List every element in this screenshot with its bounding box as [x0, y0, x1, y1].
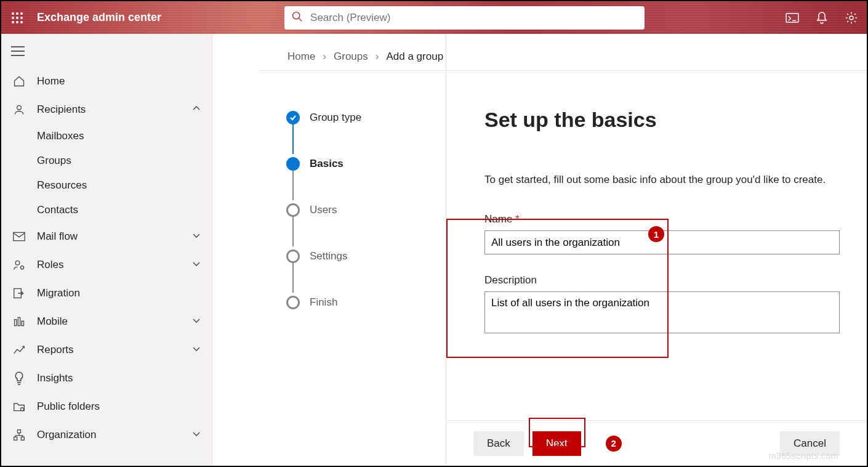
step-users[interactable]: Users	[286, 200, 446, 220]
nav-recipients-contacts[interactable]: Contacts	[1, 198, 212, 222]
required-asterisk: *	[515, 213, 520, 225]
step-basics[interactable]: Basics	[286, 154, 446, 174]
lightbulb-icon	[12, 372, 26, 385]
person-icon	[12, 103, 26, 116]
wizard-footer: Back Next 2 Cancel m365scripts.com	[446, 420, 867, 466]
migration-icon	[12, 286, 26, 300]
nav-recipients-groups[interactable]: Groups	[1, 148, 212, 173]
annotation-badge-2: 2	[606, 436, 622, 452]
folder-icon	[12, 400, 26, 413]
page-title: Set up the basics	[484, 108, 840, 132]
notifications-icon[interactable]	[814, 10, 830, 26]
annotation-badge-1: 1	[648, 226, 664, 242]
chevron-down-icon	[192, 429, 201, 441]
svg-point-1	[16, 12, 18, 15]
svg-point-12	[850, 16, 853, 20]
reports-icon	[12, 343, 26, 357]
svg-point-3	[12, 17, 14, 19]
nav-recipients-mailboxes[interactable]: Mailboxes	[1, 124, 212, 148]
organization-icon	[12, 428, 26, 442]
svg-point-26	[21, 408, 24, 411]
svg-point-9	[293, 12, 300, 18]
nav-label: Mail flow	[37, 230, 78, 243]
back-button[interactable]: Back	[473, 431, 524, 456]
chevron-down-icon	[192, 259, 201, 271]
step-pending-icon	[286, 250, 300, 263]
mail-icon	[12, 230, 26, 243]
step-active-icon	[286, 157, 300, 171]
svg-rect-22	[18, 317, 20, 325]
app-shell: Home Recipients Mailboxes Groups Resourc…	[1, 34, 867, 466]
command-bar-icon[interactable]	[784, 10, 800, 26]
svg-point-2	[20, 12, 23, 15]
header-actions	[784, 10, 859, 26]
search-input[interactable]	[309, 11, 637, 25]
name-label: Name *	[484, 213, 840, 225]
nav-recipients-resources[interactable]: Resources	[1, 173, 212, 198]
svg-point-8	[20, 21, 23, 23]
group-description-input[interactable]	[484, 291, 840, 333]
nav-reports[interactable]: Reports	[1, 336, 212, 364]
step-pending-icon	[286, 203, 300, 217]
mobile-icon	[12, 315, 26, 328]
svg-rect-21	[15, 320, 17, 326]
search-icon	[292, 11, 303, 25]
nav-public-folders[interactable]: Public folders	[1, 392, 212, 421]
svg-point-7	[16, 21, 18, 23]
suite-header: Exchange admin center	[1, 1, 867, 34]
svg-point-18	[15, 261, 20, 265]
nav-insights[interactable]: Insights	[1, 364, 212, 392]
svg-point-5	[20, 17, 23, 19]
app-launcher-icon[interactable]	[9, 9, 26, 26]
step-settings[interactable]: Settings	[286, 246, 446, 266]
svg-point-19	[21, 266, 24, 269]
nav-home[interactable]: Home	[1, 67, 212, 95]
nav-label: Public folders	[37, 400, 100, 413]
step-group-type[interactable]: Group type	[286, 108, 446, 128]
nav-collapse-toggle[interactable]	[1, 40, 212, 67]
chevron-down-icon	[192, 344, 201, 356]
nav-mailflow[interactable]: Mail flow	[1, 222, 212, 251]
description-field-group: Description	[484, 274, 840, 336]
nav-recipients[interactable]: Recipients	[1, 95, 212, 124]
svg-line-10	[299, 18, 302, 21]
svg-rect-27	[18, 430, 21, 433]
nav-label: Organization	[37, 429, 96, 441]
nav-migration[interactable]: Migration	[1, 279, 212, 307]
search-container	[284, 6, 645, 30]
svg-rect-29	[21, 437, 24, 440]
page-subtitle: To get started, fill out some basic info…	[484, 174, 840, 186]
nav-roles[interactable]: Roles	[1, 251, 212, 279]
step-pending-icon	[286, 296, 300, 309]
nav-label: Insights	[37, 372, 73, 384]
settings-gear-icon[interactable]	[843, 10, 859, 26]
nav-label: Mobile	[37, 315, 68, 328]
wizard-stepper: Group type Basics Users Settings Finish	[212, 34, 446, 466]
nav-label: Migration	[37, 287, 80, 299]
content-area: Home › Groups › Add a group Group type	[212, 34, 867, 466]
nav-organization[interactable]: Organization	[1, 421, 212, 449]
wizard-form: Set up the basics To get started, fill o…	[446, 34, 867, 466]
svg-point-4	[16, 17, 18, 19]
nav-mobile[interactable]: Mobile	[1, 307, 212, 336]
svg-point-0	[12, 12, 14, 15]
chevron-down-icon	[192, 230, 201, 243]
description-label: Description	[484, 274, 840, 286]
nav-label: Reports	[37, 344, 74, 356]
chevron-up-icon	[192, 104, 201, 116]
svg-point-6	[12, 21, 14, 23]
roles-icon	[12, 258, 26, 272]
watermark: m365scripts.com	[769, 451, 838, 461]
left-nav: Home Recipients Mailboxes Groups Resourc…	[1, 34, 212, 466]
search-box[interactable]	[284, 6, 645, 30]
svg-point-16	[17, 105, 22, 110]
svg-rect-28	[14, 437, 17, 440]
svg-rect-23	[22, 321, 23, 326]
step-finish[interactable]: Finish	[286, 293, 446, 312]
chevron-down-icon	[192, 315, 201, 328]
next-button[interactable]: Next	[532, 431, 581, 456]
nav-label: Roles	[37, 259, 63, 271]
brand-title: Exchange admin center	[37, 11, 161, 24]
nav-label: Recipients	[37, 104, 86, 116]
step-complete-icon	[286, 111, 300, 124]
